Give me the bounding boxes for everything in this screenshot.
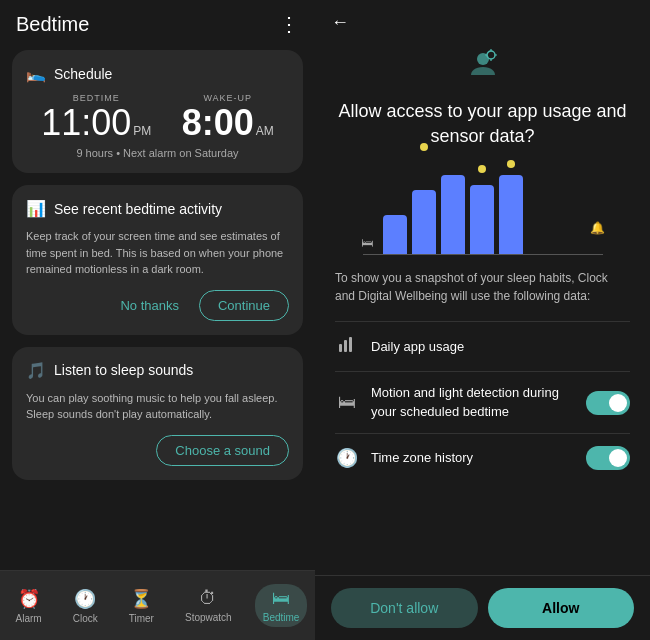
nav-item-clock[interactable]: 🕐 Clock: [65, 584, 106, 628]
chart-bell-icon: 🔔: [590, 221, 605, 235]
svg-rect-2: [339, 344, 342, 352]
bar-4: [470, 165, 494, 255]
right-footer: Don't allow Allow: [315, 575, 650, 640]
bedtime-hour: 11:00: [41, 105, 131, 141]
stopwatch-label: Stopwatch: [185, 612, 232, 623]
activity-card-header: 📊 See recent bedtime activity: [26, 199, 289, 218]
bedtime-label: Bedtime: [263, 612, 300, 623]
nav-item-timer[interactable]: ⏳ Timer: [121, 584, 162, 628]
schedule-card: 🛌 Schedule BEDTIME 11:00 PM WAKE-UP 8:00…: [12, 50, 303, 173]
sounds-icon: 🎵: [26, 361, 46, 380]
dont-allow-button[interactable]: Don't allow: [331, 588, 478, 628]
right-title: Allow access to your app usage and senso…: [335, 99, 630, 149]
bedtime-block: BEDTIME 11:00 PM: [41, 93, 151, 141]
bedtime-ampm: PM: [133, 124, 151, 138]
activity-body: Keep track of your screen time and see e…: [26, 228, 289, 278]
svg-point-1: [487, 51, 495, 59]
nav-item-stopwatch[interactable]: ⏱ Stopwatch: [177, 584, 240, 627]
wakeup-value: 8:00 AM: [182, 105, 274, 141]
timezone-label: Time zone history: [371, 449, 574, 467]
bedtime-nav-icon: 🛏: [272, 588, 290, 609]
alarm-label: Alarm: [16, 613, 42, 624]
schedule-info: 9 hours • Next alarm on Saturday: [26, 147, 289, 159]
activity-card: 📊 See recent bedtime activity Keep track…: [12, 185, 303, 335]
daily-app-icon: [335, 334, 359, 359]
stopwatch-icon: ⏱: [199, 588, 217, 609]
motion-icon: 🛏: [335, 392, 359, 413]
choose-sound-button[interactable]: Choose a sound: [156, 435, 289, 466]
bar-2: [412, 165, 436, 255]
svg-rect-3: [344, 340, 347, 352]
sounds-card-header: 🎵 Listen to sleep sounds: [26, 361, 289, 380]
timezone-toggle[interactable]: [586, 446, 630, 470]
page-title: Bedtime: [16, 13, 89, 36]
activity-actions: No thanks Continue: [26, 290, 289, 321]
clock-icon: 🕐: [74, 588, 96, 610]
wakeup-hour: 8:00: [182, 105, 254, 141]
wakeup-block: WAKE-UP 8:00 AM: [182, 93, 274, 141]
sounds-body: You can play soothing music to help you …: [26, 390, 289, 423]
bar-3: [441, 165, 465, 255]
timezone-icon: 🕐: [335, 447, 359, 469]
allow-button[interactable]: Allow: [488, 588, 635, 628]
sounds-card: 🎵 Listen to sleep sounds You can play so…: [12, 347, 303, 480]
timer-icon: ⏳: [130, 588, 152, 610]
alarm-icon: ⏰: [18, 588, 40, 610]
no-thanks-button[interactable]: No thanks: [108, 290, 191, 321]
right-content: Allow access to your app usage and senso…: [315, 39, 650, 575]
schedule-title: Schedule: [54, 66, 112, 82]
svg-rect-4: [349, 337, 352, 352]
back-button[interactable]: ←: [331, 12, 349, 33]
nav-item-alarm[interactable]: ⏰ Alarm: [8, 584, 50, 628]
more-options-icon[interactable]: ⋮: [279, 12, 299, 36]
motion-toggle[interactable]: [586, 391, 630, 415]
bar-5: [499, 165, 523, 255]
person-location-icon: [465, 47, 501, 83]
activity-title: See recent bedtime activity: [54, 201, 222, 217]
left-header: Bedtime ⋮: [0, 0, 315, 44]
wakeup-ampm: AM: [256, 124, 274, 138]
access-icon-wrapper: [335, 47, 630, 87]
chart-baseline: [363, 254, 603, 255]
chart-bed-icon: 🛏: [361, 236, 373, 250]
nav-item-bedtime[interactable]: 🛏 Bedtime: [255, 584, 308, 627]
schedule-card-header: 🛌 Schedule: [26, 64, 289, 83]
clock-label: Clock: [73, 613, 98, 624]
daily-app-label: Daily app usage: [371, 338, 630, 356]
perm-item-timezone: 🕐 Time zone history: [335, 433, 630, 482]
right-panel: ← Allow access to your app usage and sen…: [315, 0, 650, 640]
sounds-actions: Choose a sound: [26, 435, 289, 466]
timer-label: Timer: [129, 613, 154, 624]
bedtime-value: 11:00 PM: [41, 105, 151, 141]
motion-label: Motion and light detection during your s…: [371, 384, 574, 420]
left-panel: Bedtime ⋮ 🛌 Schedule BEDTIME 11:00 PM WA…: [0, 0, 315, 640]
schedule-times: BEDTIME 11:00 PM WAKE-UP 8:00 AM: [26, 93, 289, 141]
schedule-icon: 🛌: [26, 64, 46, 83]
right-header: ←: [315, 0, 650, 39]
bar-1: [383, 165, 407, 255]
bottom-nav: ⏰ Alarm 🕐 Clock ⏳ Timer ⏱ Stopwatch 🛏 Be…: [0, 570, 315, 640]
sounds-title: Listen to sleep sounds: [54, 362, 193, 378]
chart-container: 🛏 🔔: [335, 165, 630, 255]
perm-item-motion: 🛏 Motion and light detection during your…: [335, 371, 630, 432]
right-body-text: To show you a snapshot of your sleep hab…: [335, 269, 630, 305]
activity-icon: 📊: [26, 199, 46, 218]
continue-button[interactable]: Continue: [199, 290, 289, 321]
perm-item-daily-app: Daily app usage: [335, 321, 630, 371]
chart: 🛏 🔔: [383, 165, 583, 255]
